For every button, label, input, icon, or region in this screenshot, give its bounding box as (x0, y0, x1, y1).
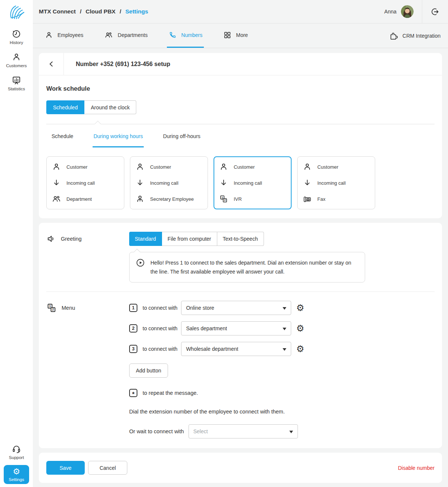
mode-around-the-clock-button[interactable]: Around the clock (84, 100, 136, 114)
arrow-down-icon (52, 178, 61, 187)
work-schedule-heading: Work schedule (46, 85, 435, 92)
flow-step-label: Customer (234, 164, 255, 170)
greeting-message-box: Hello! Press 1 to connect to the sales d… (129, 252, 365, 282)
avatar[interactable] (401, 5, 414, 18)
key-1-badge: 1 (129, 304, 137, 312)
speaker-icon (46, 234, 56, 244)
svg-text:1: 1 (49, 304, 51, 308)
routing-card-secretary[interactable]: Customer Incoming call Secretary Employe… (130, 156, 208, 209)
connect-target-select-2[interactable]: Sales department (181, 321, 291, 335)
sidebar-item-support[interactable]: Support (0, 444, 33, 460)
greeting-section: Greeting Standard File from computer Tex… (46, 232, 435, 282)
tab-more[interactable]: More (222, 24, 249, 48)
sidebar-item-settings[interactable]: ⚙ Settings (4, 465, 29, 484)
cancel-button[interactable]: Cancel (88, 461, 127, 475)
gear-icon[interactable]: ⚙ (296, 324, 304, 333)
ivr-icon: 12 (219, 194, 228, 203)
connect-target-select-3[interactable]: Wholesale department (181, 342, 291, 356)
ivr-icon: 1 2 (46, 303, 57, 313)
flow-step-label: Incoming call (317, 180, 346, 186)
tab-employees[interactable]: Employees (43, 24, 85, 48)
sidebar-item-label: Statistics (8, 87, 25, 91)
tab-during-off-hours[interactable]: During off-hours (162, 124, 201, 147)
breadcrumb-separator: / (119, 8, 121, 15)
tab-label: More (236, 32, 248, 38)
breadcrumb-item[interactable]: Cloud PBX (85, 8, 115, 15)
greeting-label-group: Greeting (46, 232, 129, 246)
work-schedule-section: Work schedule Scheduled Around the clock… (39, 75, 442, 218)
select-placeholder: Select (193, 428, 208, 434)
chevron-left-icon (48, 61, 55, 67)
tab-numbers[interactable]: Numbers (167, 24, 204, 48)
save-button[interactable]: Save (46, 461, 85, 475)
flow-step-label: Customer (317, 164, 338, 170)
flow-step-label: Customer (66, 164, 87, 170)
flow-step-label: Incoming call (150, 180, 178, 186)
app-logo-icon[interactable] (7, 3, 25, 21)
routing-card-fax[interactable]: Customer Incoming call Fax (297, 156, 375, 209)
main-area: MTX Connect / Cloud PBX / Settings Anna (33, 0, 448, 487)
tab-crm-integration[interactable]: CRM Integration (388, 24, 442, 48)
flow-step-label: Secretary Employee (150, 196, 194, 202)
tab-label: Departments (118, 32, 147, 38)
tab-label: Numbers (181, 32, 202, 38)
person-icon (52, 162, 61, 171)
routing-card-department[interactable]: Customer Incoming call Department (46, 156, 124, 209)
sidebar-nav: History Customers Statistics (0, 29, 33, 91)
chevron-down-icon (283, 307, 286, 310)
breadcrumb-item[interactable]: MTX Connect (39, 8, 76, 15)
star-key-badge: * (129, 389, 137, 397)
schedule-tabs: Schedule During working hours During off… (46, 124, 435, 147)
breadcrumb-separator: / (80, 8, 81, 15)
person-icon (136, 162, 144, 171)
key-3-badge: 3 (129, 345, 137, 353)
chevron-down-icon (283, 348, 286, 351)
arrow-down-icon (219, 178, 228, 187)
disable-number-link[interactable]: Disable number (398, 465, 435, 471)
sidebar-item-label: History (10, 40, 23, 45)
key-2-badge: 2 (129, 324, 137, 333)
breadcrumb: MTX Connect / Cloud PBX / Settings (39, 8, 148, 15)
breadcrumb-item-current: Settings (125, 8, 148, 15)
section-tabbar: Employees Departments Numbers (33, 24, 448, 48)
tab-departments[interactable]: Departments (103, 24, 149, 48)
schedule-mode-toggle: Scheduled Around the clock (46, 100, 136, 114)
wait-connect-label: Or wait to connect with (129, 428, 184, 434)
tab-during-working-hours[interactable]: During working hours (93, 124, 143, 147)
actions-card: Save Cancel Disable number (39, 453, 442, 483)
tab-schedule[interactable]: Schedule (51, 124, 74, 147)
department-icon (52, 194, 61, 203)
wait-connect-select[interactable]: Select (189, 424, 298, 438)
select-value: Online store (186, 305, 214, 311)
history-icon (12, 29, 21, 39)
ivr-settings-card: Greeting Standard File from computer Tex… (39, 223, 442, 448)
fax-icon (303, 194, 312, 203)
person-icon (303, 162, 312, 171)
mode-scheduled-button[interactable]: Scheduled (46, 100, 84, 114)
sidebar-item-statistics[interactable]: Statistics (0, 75, 33, 91)
connect-target-select-1[interactable]: Online store (181, 301, 291, 315)
flow-step-label: Customer (150, 164, 171, 170)
gear-icon: ⚙ (13, 468, 20, 476)
content: Number +352 (691) 123-456 setup Work sch… (33, 48, 448, 487)
grid-icon (223, 31, 231, 39)
flow-step-label: IVR (234, 196, 242, 202)
logout-icon[interactable] (422, 7, 448, 16)
gear-icon[interactable]: ⚙ (296, 303, 304, 312)
add-button[interactable]: Add button (129, 363, 168, 378)
greeting-tts-button[interactable]: Text-to-Speech (217, 232, 264, 246)
arrow-down-icon (136, 178, 144, 187)
puzzle-icon (389, 31, 398, 40)
bubble-tail (134, 249, 140, 255)
gear-icon[interactable]: ⚙ (296, 344, 304, 353)
sidebar-item-history[interactable]: History (0, 29, 33, 45)
greeting-file-button[interactable]: File from computer (162, 232, 217, 246)
svg-text:2: 2 (224, 199, 225, 202)
person-icon (219, 162, 228, 171)
greeting-standard-button[interactable]: Standard (129, 232, 162, 246)
chevron-down-icon (289, 431, 293, 433)
play-icon[interactable] (136, 258, 145, 276)
back-button[interactable] (39, 53, 64, 75)
sidebar-item-customers[interactable]: Customers (0, 52, 33, 68)
routing-card-ivr[interactable]: Customer Incoming call 12 IVR (214, 156, 292, 209)
